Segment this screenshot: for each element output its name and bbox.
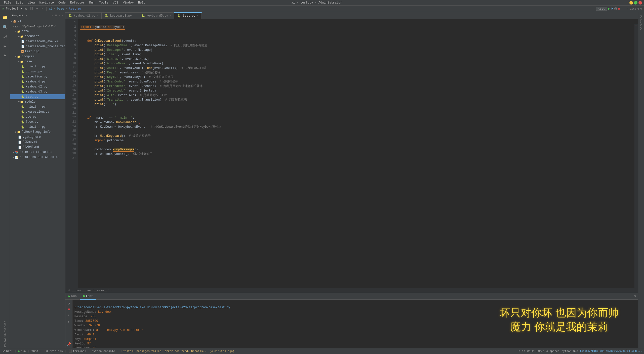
bottom-tab-run-icon[interactable]: ▶ Run — [65, 293, 80, 300]
menu-bar: File Edit View Navigate Code Refactor Ru… — [0, 0, 644, 6]
vcs-icon[interactable]: ⎇ — [1, 32, 10, 41]
tree-init1[interactable]: 🐍 __init__.py — [10, 64, 65, 69]
minimize-button[interactable] — [629, 1, 633, 5]
tree-face[interactable]: 🐍 face.py — [10, 119, 65, 124]
toolbar-icon2[interactable]: ☷ — [29, 6, 34, 11]
tree-detection[interactable]: 🐍 detection.py — [10, 74, 65, 79]
tree-keyboard2[interactable]: 🐍 keyboard2.py — [10, 84, 65, 89]
vcs-commit[interactable]: ↑ — [627, 7, 629, 11]
status-error-msg[interactable]: ⚠ Install packages failed: error occurre… — [121, 349, 234, 353]
menu-file[interactable]: File — [2, 1, 13, 5]
bottom-settings-icon[interactable]: ⚙ — [634, 294, 636, 298]
menu-tools[interactable]: Tools — [97, 1, 110, 5]
tree-test-py[interactable]: 🐍 test.py — [10, 94, 65, 99]
status-bar: ⎇ Git: | ▶ Run | TODO | ⚠ 0 Problems | ⬛… — [0, 348, 644, 354]
toolbar: ⊞ Project ▾ ⚙ ☷ − × a1 › base › test.py … — [0, 6, 644, 12]
toolbar-undo[interactable]: ↺ — [637, 7, 639, 11]
menu-vcs[interactable]: VCS — [111, 1, 120, 5]
tree-eye[interactable]: 🐍 eye.py — [10, 114, 65, 119]
code-content[interactable]: import PyHook3 as pyHook def OnKeyboardE… — [78, 19, 634, 288]
status-run[interactable]: ▶ Run — [18, 349, 26, 353]
pin-button[interactable]: 📌 — [66, 342, 71, 347]
tree-base[interactable]: ▼ 📁 base — [10, 59, 65, 64]
tree-cursor[interactable]: 🐍 cursor.py — [10, 69, 65, 74]
run-button[interactable]: ▶ — [608, 7, 610, 11]
status-terminal[interactable]: ⬛ Terminal — [68, 349, 86, 353]
tab-test[interactable]: 🐍 test.py × — [174, 12, 202, 19]
coverage-button[interactable]: ⛁ — [614, 7, 617, 11]
status-right: 2:10 CRLF UTF-8 4 spaces Python 3.6 http… — [518, 350, 642, 353]
toolbar-icon4[interactable]: × — [40, 6, 44, 11]
status-encoding[interactable]: UTF-8 — [536, 350, 544, 353]
bottom-tab-test[interactable]: test — [80, 293, 96, 300]
tree-program[interactable]: ▼ 📁 program — [10, 54, 65, 59]
tree-init2[interactable]: 🐍 __init__.py — [10, 104, 65, 109]
tree-scratches[interactable]: ▶ 📝 Scratches and Consoles — [10, 155, 65, 160]
status-todo[interactable]: TODO — [31, 350, 38, 353]
stop-button[interactable]: ■ — [618, 7, 620, 11]
error-marker — [635, 25, 637, 25]
breadcrumb-base[interactable]: base — [57, 7, 64, 11]
tree-init3[interactable]: 🐍 __init__.py — [10, 124, 65, 129]
favorites-icon[interactable]: Favorites — [3, 339, 7, 348]
tree-gitignore[interactable]: 📄 .gitignore — [10, 135, 65, 140]
tree-pyhook[interactable]: ▶ 📁 PyHook3.egg-info — [10, 129, 65, 135]
rerun-button[interactable]: ↺ — [67, 301, 70, 306]
tree-eye-xml[interactable]: 📄 haarcascade_eye.xml — [10, 39, 65, 44]
breadcrumb-sep1: › — [54, 7, 55, 11]
status-url: https://bing.cdn.rs.net/ADCDog/op_logo..… — [580, 350, 642, 353]
tree-document[interactable]: ▶ 📁 document — [10, 34, 65, 39]
debug-side-icon[interactable]: ⚑ — [1, 51, 10, 60]
tree-ext-libs[interactable]: ▶ 📚 External Libraries — [10, 150, 65, 155]
tree-face-xml[interactable]: 📄 haarcascade_frontalface_default.xml — [10, 44, 65, 49]
find-icon[interactable]: 🔍 — [1, 23, 10, 32]
debug-button[interactable]: ⚑ — [611, 7, 613, 11]
scroll-end-button[interactable]: ⬇ — [67, 313, 70, 318]
left-sidebar: 📁 🔍 ⎇ ▶ ⚑ Structure Favorites — [0, 12, 10, 348]
code-editor[interactable]: 1 2 3 4 5 6 7 8 9 10 11 12 13 14 15 16 1 — [65, 19, 638, 288]
menu-run[interactable]: Run — [87, 1, 97, 5]
vcs-update[interactable]: ↓ — [624, 7, 626, 11]
status-problems[interactable]: ⚠ 0 Problems — [44, 349, 63, 353]
stop-run-button[interactable]: ■ — [67, 307, 70, 312]
structure-icon[interactable]: Structure — [3, 324, 7, 333]
toolbar-icon1[interactable]: ⚙ — [24, 6, 28, 11]
tree-keyboard3[interactable]: 🐍 keyboard3.py — [10, 89, 65, 94]
tree-addme[interactable]: 📄 ADDme.md — [10, 140, 65, 145]
tab-keyboard5[interactable]: 🐍 keyboard5.py × — [138, 12, 174, 19]
maximize-button[interactable] — [634, 1, 637, 5]
tree-data[interactable]: ▼ 📁 data — [10, 29, 65, 34]
breadcrumb-file[interactable]: test.py — [69, 7, 82, 11]
menu-window[interactable]: Window — [121, 1, 136, 5]
menu-refactor[interactable]: Refactor — [68, 1, 87, 5]
close-button[interactable] — [638, 1, 642, 5]
status-indent[interactable]: 4 spaces — [546, 350, 559, 353]
breadcrumb-a1[interactable]: a1 — [49, 7, 52, 11]
tree-test-jpg[interactable]: 🖼 test.jpg — [10, 49, 65, 54]
toolbar-icon3[interactable]: − — [35, 6, 39, 11]
status-python-ver: Python 3.6 — [561, 350, 578, 353]
tree-keyboard[interactable]: 🐍 keyboard.py — [10, 79, 65, 84]
menu-navigate[interactable]: Navigate — [37, 1, 56, 5]
tab-bar: 🐍 keyboard2.py × 🐍 keyboard3.py × 🐍 keyb… — [65, 12, 638, 19]
tree-pycharm[interactable]: ▼ 🗂 H:\PyCharmProjects\a23\a1 — [10, 24, 65, 29]
right-panel: Structure — [638, 12, 644, 348]
tree-expression[interactable]: 🐍 expression.py — [10, 109, 65, 114]
status-crlf[interactable]: CRLF — [527, 350, 534, 353]
tree-readme[interactable]: 📄 README.md — [10, 145, 65, 150]
status-python-console[interactable]: Python Console — [92, 350, 115, 353]
scroll-up-button[interactable]: ⬆ — [67, 319, 70, 325]
project-icon[interactable]: 📁 — [1, 13, 10, 22]
menu-view[interactable]: View — [26, 1, 37, 5]
menu-edit[interactable]: Edit — [14, 1, 25, 5]
run-icon[interactable]: ▶ — [1, 42, 10, 51]
status-git[interactable]: ⎇ Git: — [2, 349, 13, 353]
menu-code[interactable]: Code — [56, 1, 68, 5]
tab-keyboard3[interactable]: 🐍 keyboard3.py × — [102, 12, 138, 19]
tree-root[interactable]: ▼ 📦 a1 — [10, 19, 65, 24]
menu-help[interactable]: Help — [136, 1, 147, 5]
toolbar-redo[interactable]: ↻ — [640, 7, 642, 11]
tree-module[interactable]: ▼ 📁 module — [10, 99, 65, 104]
toolbar-project-icon: ⊞ — [2, 7, 4, 11]
tab-keyboard2[interactable]: 🐍 keyboard2.py × — [65, 12, 102, 19]
